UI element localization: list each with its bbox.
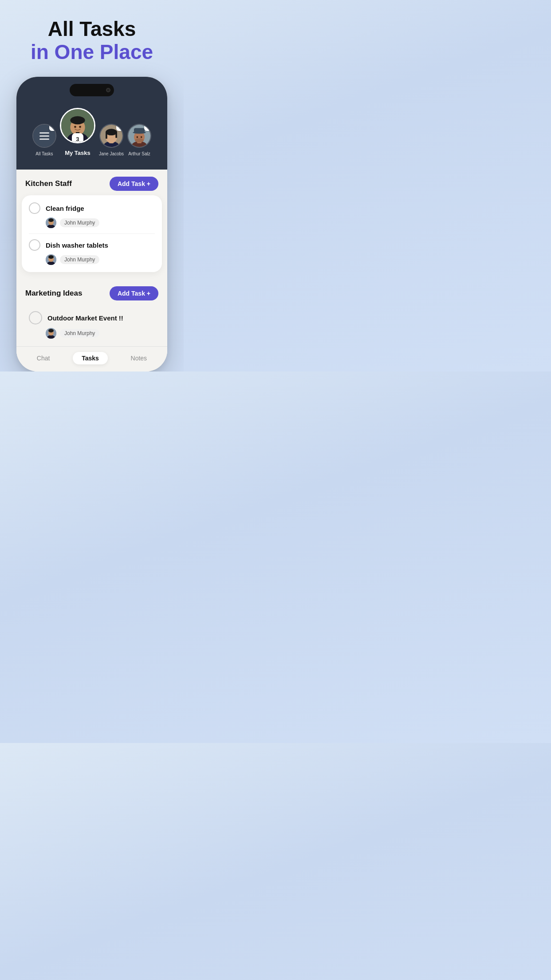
assignee-row-1: John Murphy bbox=[29, 217, 155, 228]
list-line-1 bbox=[39, 132, 49, 134]
assignee-name-1: John Murphy bbox=[60, 218, 99, 227]
nav-chat[interactable]: Chat bbox=[37, 355, 50, 362]
task-item-outdoor-event: Outdoor Market Event !! John Murphy bbox=[29, 311, 155, 339]
avatar-circle-jane: 1 bbox=[99, 124, 123, 148]
phone-top-bar bbox=[16, 77, 167, 103]
section-title-kitchen: Kitchen Staff bbox=[25, 179, 72, 188]
camera-dot bbox=[106, 88, 110, 92]
section-marketing-ideas: Marketing Ideas Add Task + bbox=[16, 279, 167, 305]
task-text-1: Clean fridge bbox=[46, 205, 84, 212]
svg-point-35 bbox=[48, 329, 54, 332]
task-checkbox-2[interactable] bbox=[29, 239, 40, 251]
active-badge-me: 3 bbox=[72, 133, 83, 143]
task-card-marketing: Outdoor Market Event !! John Murphy bbox=[22, 305, 162, 345]
task-checkbox-3[interactable] bbox=[29, 311, 42, 324]
badge-jane: 1 bbox=[116, 124, 123, 131]
list-line-2 bbox=[39, 135, 49, 137]
avatar-label-jane: Jane Jacobs bbox=[99, 151, 124, 156]
svg-point-31 bbox=[48, 255, 54, 259]
svg-rect-21 bbox=[134, 128, 145, 133]
task-text-2: Dish washer tablets bbox=[46, 241, 108, 249]
assignee-row-3: John Murphy bbox=[29, 328, 155, 339]
task-item-clean-fridge: Clean fridge John Murphy bbox=[29, 202, 155, 234]
avatar-circle-arthur: 5 bbox=[127, 124, 151, 148]
nav-tasks[interactable]: Tasks bbox=[73, 352, 108, 364]
svg-rect-13 bbox=[106, 132, 107, 139]
add-task-button-kitchen[interactable]: Add Task + bbox=[110, 177, 158, 191]
badge-arthur: 5 bbox=[144, 124, 151, 131]
svg-point-27 bbox=[48, 218, 54, 222]
svg-rect-14 bbox=[115, 132, 117, 138]
task-text-3: Outdoor Market Event !! bbox=[47, 314, 123, 322]
avatar-item-me[interactable]: 3 My Tasks bbox=[60, 108, 95, 156]
hero-title-line1: All Tasks bbox=[31, 18, 153, 40]
avatar-label-arthur: Arthur Salz bbox=[128, 151, 150, 156]
my-tasks-label: My Tasks bbox=[65, 150, 91, 156]
avatar-circle-all-tasks: 8 bbox=[32, 124, 56, 148]
assignee-portrait-2 bbox=[46, 254, 56, 265]
avatar-item-jane-jacobs[interactable]: 1 Jane Jacobs bbox=[99, 124, 124, 156]
svg-point-4 bbox=[70, 116, 85, 125]
assignee-name-2: John Murphy bbox=[60, 255, 99, 264]
avatar-item-all-tasks[interactable]: 8 All Tasks bbox=[32, 124, 56, 156]
svg-point-7 bbox=[79, 126, 81, 128]
nav-notes[interactable]: Notes bbox=[131, 355, 147, 362]
assignee-name-3: John Murphy bbox=[60, 329, 99, 338]
hero-section: All Tasks in One Place bbox=[31, 18, 153, 63]
assignee-portrait-1 bbox=[46, 217, 56, 228]
task-item-dishwasher: Dish washer tablets John Murphy bbox=[29, 234, 155, 265]
phone-header: 8 All Tasks bbox=[16, 103, 167, 170]
bottom-nav: Chat Tasks Notes bbox=[16, 346, 167, 371]
add-task-button-marketing[interactable]: Add Task + bbox=[110, 286, 158, 300]
task-checkbox-1[interactable] bbox=[29, 202, 40, 214]
assignee-avatar-1 bbox=[46, 217, 56, 228]
section-title-marketing: Marketing Ideas bbox=[25, 289, 83, 298]
avatar-circle-me: 3 bbox=[60, 108, 95, 143]
task-row-2: Dish washer tablets bbox=[29, 239, 155, 251]
phone-body: Kitchen Staff Add Task + Clean fridge bbox=[16, 170, 167, 371]
assignee-avatar-2 bbox=[46, 254, 56, 265]
task-card-kitchen: Clean fridge John Murphy bbox=[22, 195, 162, 272]
assignee-row-2: John Murphy bbox=[29, 254, 155, 265]
task-row-3: Outdoor Market Event !! bbox=[29, 311, 155, 324]
dynamic-island bbox=[70, 84, 114, 96]
avatar-label-all-tasks: All Tasks bbox=[35, 151, 53, 156]
svg-point-12 bbox=[106, 129, 117, 136]
hero-title-line2: in One Place bbox=[31, 40, 153, 64]
phone-mockup: 8 All Tasks bbox=[16, 77, 167, 371]
section-kitchen-staff: Kitchen Staff Add Task + bbox=[16, 170, 167, 195]
list-line-3 bbox=[39, 138, 49, 140]
svg-point-19 bbox=[135, 138, 144, 142]
svg-point-23 bbox=[141, 136, 142, 138]
avatar-item-arthur[interactable]: 5 Arthur Salz bbox=[127, 124, 151, 156]
assignee-portrait-3 bbox=[46, 328, 56, 339]
svg-point-22 bbox=[137, 136, 138, 138]
task-row-1: Clean fridge bbox=[29, 202, 155, 214]
assignee-avatar-3 bbox=[46, 328, 56, 339]
badge-all-tasks: 8 bbox=[49, 124, 56, 131]
svg-point-6 bbox=[74, 126, 76, 128]
avatar-row: 8 All Tasks bbox=[24, 108, 160, 156]
